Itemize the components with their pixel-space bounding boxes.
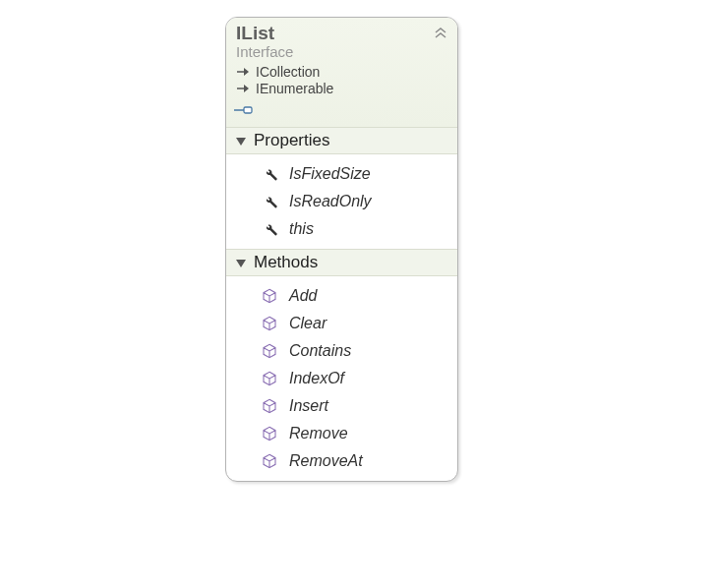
- member-label: this: [289, 217, 314, 241]
- method-member[interactable]: Add: [226, 282, 457, 310]
- inherit-label: IEnumerable: [256, 81, 333, 98]
- class-diagram-card: IList Interface ICollection: [225, 17, 458, 482]
- inherit-row: ICollection: [236, 64, 447, 82]
- type-kind: Interface: [236, 43, 447, 60]
- wrench-icon: [260, 193, 279, 209]
- svg-rect-3: [244, 107, 252, 113]
- method-member[interactable]: RemoveAt: [226, 447, 457, 475]
- member-label: IsFixedSize: [289, 162, 371, 186]
- card-header: IList Interface ICollection: [226, 18, 457, 127]
- wrench-icon: [260, 165, 279, 182]
- member-label: Clear: [289, 312, 327, 335]
- cube-icon: [260, 288, 279, 304]
- method-member[interactable]: Clear: [226, 310, 457, 337]
- cube-icon: [260, 316, 279, 331]
- property-member[interactable]: this: [226, 215, 457, 243]
- inherit-row: IEnumerable: [236, 81, 447, 98]
- member-label: Add: [289, 284, 317, 308]
- method-member[interactable]: Insert: [226, 392, 457, 420]
- section-label: Methods: [254, 253, 318, 272]
- cube-icon: [260, 398, 279, 414]
- inherit-arrow-icon: [236, 64, 250, 82]
- member-label: IndexOf: [289, 367, 344, 390]
- member-label: RemoveAt: [289, 449, 363, 473]
- property-member[interactable]: IsReadOnly: [226, 188, 457, 215]
- inherit-arrow-icon: [236, 81, 250, 98]
- method-member[interactable]: Remove: [226, 420, 457, 447]
- member-label: Insert: [289, 394, 328, 418]
- cube-icon: [260, 426, 279, 441]
- method-member[interactable]: Contains: [226, 337, 457, 365]
- expand-triangle-icon: [236, 138, 246, 146]
- type-title: IList: [236, 24, 447, 44]
- cube-icon: [260, 343, 279, 359]
- section-label: Properties: [254, 131, 329, 150]
- collapse-chevron-icon[interactable]: [434, 26, 447, 43]
- cube-icon: [260, 371, 279, 386]
- properties-members: IsFixedSize IsReadOnly this: [226, 154, 457, 249]
- section-header-methods[interactable]: Methods: [226, 249, 457, 276]
- member-label: Contains: [289, 339, 351, 363]
- inherits-list: ICollection IEnumerable: [236, 64, 447, 119]
- interface-lollipop-icon: [234, 101, 447, 119]
- methods-members: Add Clear Contains IndexOf Insert: [226, 276, 457, 481]
- member-label: IsReadOnly: [289, 190, 372, 213]
- expand-triangle-icon: [236, 260, 246, 267]
- section-header-properties[interactable]: Properties: [226, 127, 457, 154]
- wrench-icon: [260, 220, 279, 237]
- property-member[interactable]: IsFixedSize: [226, 160, 457, 188]
- method-member[interactable]: IndexOf: [226, 365, 457, 392]
- member-label: Remove: [289, 422, 348, 445]
- inherit-label: ICollection: [256, 64, 320, 82]
- cube-icon: [260, 453, 279, 469]
